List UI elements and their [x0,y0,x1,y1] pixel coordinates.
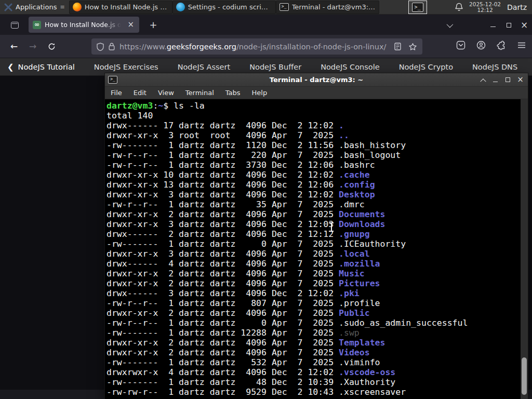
terminal-maximize-button[interactable] [503,75,512,84]
sitenav-item[interactable]: NodeJS Exercises [94,63,158,71]
terminal-menu-help[interactable]: Help [246,88,273,98]
tab-close-icon[interactable]: × [126,21,135,29]
browser-minimize-button[interactable] [485,19,501,31]
extensions-button[interactable] [495,39,508,51]
terminal-menu-edit[interactable]: Edit [128,88,152,98]
account-button[interactable] [475,39,487,51]
listing-meta: drwx------ 2 dartz dartz 4096 Dec 2 12:1… [107,229,339,239]
terminal-window-controls: × [478,75,525,84]
terminal-menu-view[interactable]: View [152,88,180,98]
taskbar-window-title: Settings - codium script... [188,3,272,11]
terminal-icon: >_ [280,3,289,11]
listing-meta: drwxr-xr-x 2 dartz dartz 4096 Apr 7 2025 [107,338,339,348]
sitenav-item[interactable]: NodeJS Assert [178,63,231,71]
terminal-listing-line: drwx------ 2 dartz dartz 4096 Dec 2 12:1… [107,229,528,239]
terminal-menubar: FileEditViewTerminalTabsHelp [105,87,528,99]
app-menu-button[interactable] [515,39,528,51]
prompt-colon: : [153,101,158,111]
url-scheme: https://www. [119,43,167,51]
prompt-command: $ ls -la [163,101,204,111]
listing-meta: drwx------ 3 dartz dartz 4096 Dec 2 12:0… [107,288,339,298]
clock-date: 2025-12-02 [469,2,501,7]
terminal-minimize-button[interactable] [491,75,500,84]
firefox-tab-bar: ∞ How to Install Node.js on × + × [0,15,532,35]
listing-filename: . [339,121,344,130]
bookmark-star-icon[interactable] [408,43,417,51]
listing-meta: drwxr-xr-x 2 dartz dartz 4096 Apr 7 2025 [107,348,339,357]
shield-icon[interactable] [97,43,104,51]
listing-filename: .gnupg [339,229,370,239]
firefox-view-icon [11,22,19,29]
terminal-total-line: total 140 [107,111,528,121]
account-icon [476,41,486,50]
taskbar-window-firefox[interactable]: How to Install Node.js o... [69,1,172,14]
scrollbar-thumb[interactable] [522,357,527,395]
applications-menu-button[interactable]: Applications ≡ [0,0,69,15]
user-label: Dartz [507,3,527,11]
nav-scroll-left-icon[interactable]: ❮ [0,62,18,72]
minimize-icon [490,26,496,27]
listing-filename: .profile [339,298,380,308]
listing-filename: .ICEauthority [339,239,406,249]
taskbar-window-terminal[interactable]: >_Terminal - dartz@vm3: ~ [276,1,379,14]
listing-filename: .Xauthority [339,377,395,387]
sitenav-item[interactable]: NodeJS Crypto [399,63,453,71]
listing-filename: .mozilla [339,259,380,269]
terminal-listing-line: drwxr-xr-x 3 dartz dartz 4096 Dec 2 12:0… [107,190,528,200]
sitenav-item[interactable]: NodeJS Tutorial [18,63,75,71]
terminal-launcher-button[interactable]: >_ [408,1,427,14]
terminal-menu-file[interactable]: File [105,88,128,98]
terminal-titlebar[interactable]: >_ Terminal - dartz@vm3: ~ × [105,73,528,87]
listing-meta: -rw------- 1 dartz dartz 12288 Apr 7 202… [107,328,339,338]
terminal-menu-tabs[interactable]: Tabs [220,88,246,98]
list-all-tabs-button[interactable] [443,19,455,31]
terminal-title: Terminal - dartz@vm3: ~ [105,76,528,84]
reload-button[interactable] [44,39,59,54]
terminal-scrollbar[interactable] [521,99,528,399]
terminal-listing-line: drwxr-xr-x 3 dartz dartz 4096 Dec 2 12:0… [107,219,528,229]
listing-meta: drwx------ 17 dartz dartz 4096 Dec 2 12:… [107,121,339,130]
terminal-listing-line: -rw------- 1 dartz dartz 0 Apr 7 2025 .I… [107,239,528,249]
listing-filename: .xscreensaver [339,387,406,397]
terminal-output[interactable]: dartz@vm3:~$ ls -latotal 140drwx------ 1… [105,99,528,399]
sitenav-item[interactable]: NodeJS Console [321,63,380,71]
listing-filename: .pki [339,288,360,298]
minimize-icon [493,82,498,82]
terminal-menu-terminal[interactable]: Terminal [180,88,220,98]
reader-view-icon[interactable] [394,43,401,50]
terminal-prompt-line: dartz@vm3:~$ ls -la [107,101,528,111]
terminal-listing-line: -rw-r--r-- 1 dartz dartz 3730 Dec 2 12:0… [107,160,528,170]
listing-meta: drwx------ 4 dartz dartz 4096 Apr 7 2025 [107,259,339,269]
listing-filename: .bash_history [339,140,406,150]
browser-tab-active[interactable]: ∞ How to Install Node.js on × [29,17,139,33]
pocket-button[interactable] [455,39,467,51]
sitenav-item[interactable]: NodeJS DNS [472,63,517,71]
back-button[interactable]: ← [6,39,22,54]
listing-meta: drwxr-xr-x 2 dartz dartz 4096 Apr 7 2025 [107,308,339,318]
lock-icon[interactable] [109,43,115,50]
terminal-shade-button[interactable] [478,75,487,84]
sitenav-item[interactable]: NodeJS Buffer [249,63,301,71]
notification-bell-icon[interactable] [455,3,463,11]
url-text: https://www.geeksforgeeks.org/node-js/in… [119,43,390,51]
terminal-icon: >_ [412,3,423,12]
listing-meta: -rw------- 1 dartz dartz 1120 Dec 2 11:5… [107,140,339,150]
listing-filename: .swp [339,328,360,338]
new-tab-button[interactable]: + [147,19,159,31]
taskbar-window-codium[interactable]: Settings - codium script... [172,1,276,14]
maximize-icon [506,77,510,82]
listing-filename: .cache [339,170,370,180]
firefox-view-button[interactable] [8,19,21,31]
taskbar: How to Install Node.js o...Settings - co… [69,0,379,15]
url-bar[interactable]: https://www.geeksforgeeks.org/node-js/in… [91,38,422,55]
terminal-listing-line: drwxr-xr-x 2 dartz dartz 4096 Apr 7 2025… [107,308,528,318]
listing-meta: drwxr-xr-x 2 dartz dartz 4096 Apr 7 2025 [107,269,339,278]
terminal-listing-line: drwxr-xr-x 3 root root 4096 Apr 7 2025 .… [107,130,528,140]
listing-filename: .bashrc [339,160,375,170]
terminal-close-button[interactable]: × [516,75,525,84]
panel-clock[interactable]: 2025-12-02 12:12 [469,2,501,13]
forward-button[interactable]: → [25,39,41,54]
browser-maximize-button[interactable] [501,19,516,31]
listing-filename: Public [339,308,370,318]
browser-close-button[interactable]: × [516,19,532,31]
